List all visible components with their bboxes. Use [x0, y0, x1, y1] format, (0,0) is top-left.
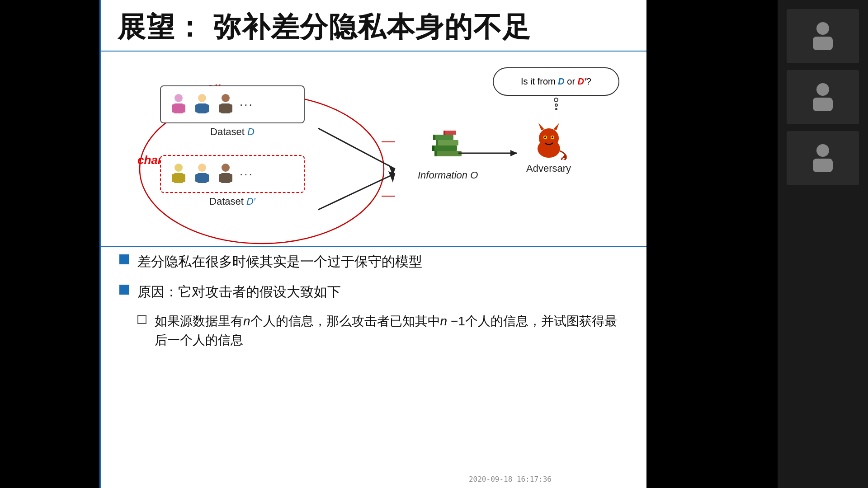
- adversary-box: Adversary: [526, 119, 571, 174]
- svg-marker-45: [538, 123, 544, 130]
- svg-rect-10: [205, 104, 209, 113]
- bullet-1-marker: [119, 254, 129, 264]
- info-adversary-arrow: [458, 144, 526, 162]
- svg-point-23: [222, 164, 230, 172]
- person3-icon: [216, 93, 235, 116]
- svg-point-3: [175, 94, 183, 102]
- person3prime-icon: [216, 162, 235, 186]
- dots-d: ···: [240, 98, 254, 112]
- svg-point-52: [816, 22, 829, 35]
- svg-point-56: [816, 144, 829, 157]
- svg-rect-33: [436, 140, 458, 145]
- svg-rect-38: [433, 135, 435, 140]
- bullets-section: 差分隐私在很多时候其实是一个过于保守的模型 原因：它对攻击者的假设大致如下 如果…: [101, 246, 646, 364]
- participant-1-avatar: [809, 20, 836, 52]
- svg-rect-40: [443, 131, 445, 135]
- bullet-3-marker: [137, 315, 146, 324]
- person2-icon: [193, 93, 212, 116]
- svg-marker-42: [510, 150, 517, 156]
- svg-rect-32: [432, 145, 457, 151]
- adversary-label: Adversary: [526, 163, 571, 174]
- person1prime-icon: [169, 162, 188, 186]
- svg-point-54: [816, 83, 829, 96]
- svg-rect-53: [813, 37, 833, 50]
- svg-point-19: [198, 164, 206, 172]
- svg-rect-57: [813, 159, 833, 172]
- svg-rect-25: [219, 174, 222, 182]
- svg-point-7: [198, 94, 206, 102]
- title-area: 展望： 弥补差分隐私本身的不足: [101, 0, 646, 52]
- dataset-dprime-box: ···: [160, 155, 305, 193]
- participant-3-avatar: [809, 142, 836, 174]
- info-label: Information O: [418, 169, 478, 181]
- svg-rect-37: [436, 140, 438, 145]
- dataset-dprime-wrapper: ··· Dataset D′: [160, 155, 305, 207]
- bullet-3-text: 如果源数据里有n个人的信息，那么攻击者已知其中n −1个人的信息，并试图获得最后…: [155, 312, 628, 350]
- svg-rect-31: [434, 151, 462, 156]
- dataset-dprime-label: Dataset D′: [160, 196, 305, 207]
- svg-line-29: [318, 174, 395, 210]
- svg-rect-39: [443, 131, 456, 135]
- svg-rect-13: [219, 104, 222, 113]
- svg-point-11: [222, 94, 230, 102]
- bullet-2-text: 原因：它对攻击者的假设大致如下: [137, 282, 341, 302]
- svg-rect-35: [434, 151, 437, 156]
- bullet-1: 差分隐私在很多时候其实是一个过于保守的模型: [119, 251, 628, 272]
- thought-bubble-tail: [493, 98, 619, 110]
- participants-panel: [778, 0, 868, 488]
- svg-rect-5: [172, 104, 175, 113]
- person1-icon: [169, 93, 188, 116]
- bullet-2-marker: [119, 285, 129, 295]
- svg-line-27: [318, 128, 395, 169]
- svg-rect-36: [432, 145, 434, 151]
- dataset-arrows-svg: [314, 106, 413, 232]
- participant-2-avatar: [809, 81, 836, 113]
- person2prime-icon: [193, 162, 212, 186]
- svg-rect-21: [195, 174, 199, 182]
- datasets-column: ··· Dataset D: [160, 85, 305, 207]
- participant-2: [787, 70, 859, 124]
- dataset-d-label: Dataset D: [160, 126, 305, 138]
- svg-rect-6: [182, 104, 185, 113]
- svg-rect-34: [433, 135, 453, 140]
- adversary-icon: [528, 119, 569, 160]
- bullet-2: 原因：它对攻击者的假设大致如下: [119, 282, 628, 302]
- thought-bubble-text: Is it from D or D′?: [493, 67, 619, 96]
- svg-rect-14: [229, 104, 232, 113]
- timestamp: 2020-09-18 16:17:36: [469, 475, 552, 483]
- dataset-d-wrapper: ··· Dataset D: [160, 85, 305, 138]
- svg-marker-46: [553, 123, 559, 130]
- slide-container: 展望： 弥补差分隐私本身的不足 Alice change: [99, 0, 646, 488]
- dots-dprime: ···: [240, 167, 254, 181]
- svg-rect-17: [172, 174, 175, 182]
- bullet-1-text: 差分隐私在很多时候其实是一个过于保守的模型: [137, 251, 422, 272]
- svg-rect-22: [205, 174, 209, 182]
- diagram-area: Alice change: [101, 56, 646, 246]
- slide-title: 展望： 弥补差分隐私本身的不足: [118, 8, 630, 46]
- svg-rect-18: [182, 174, 185, 182]
- svg-point-50: [552, 136, 553, 138]
- thought-bubble: Is it from D or D′?: [493, 67, 619, 110]
- dataset-d-box: ···: [160, 85, 305, 123]
- svg-point-49: [544, 136, 546, 138]
- participant-1: [787, 9, 859, 63]
- svg-rect-55: [813, 98, 833, 111]
- svg-point-15: [175, 164, 183, 172]
- bullet-3: 如果源数据里有n个人的信息，那么攻击者已知其中n −1个人的信息，并试图获得最后…: [119, 312, 628, 350]
- svg-rect-9: [195, 104, 199, 113]
- svg-rect-26: [229, 174, 232, 182]
- svg-point-44: [539, 128, 559, 148]
- participant-3: [787, 131, 859, 185]
